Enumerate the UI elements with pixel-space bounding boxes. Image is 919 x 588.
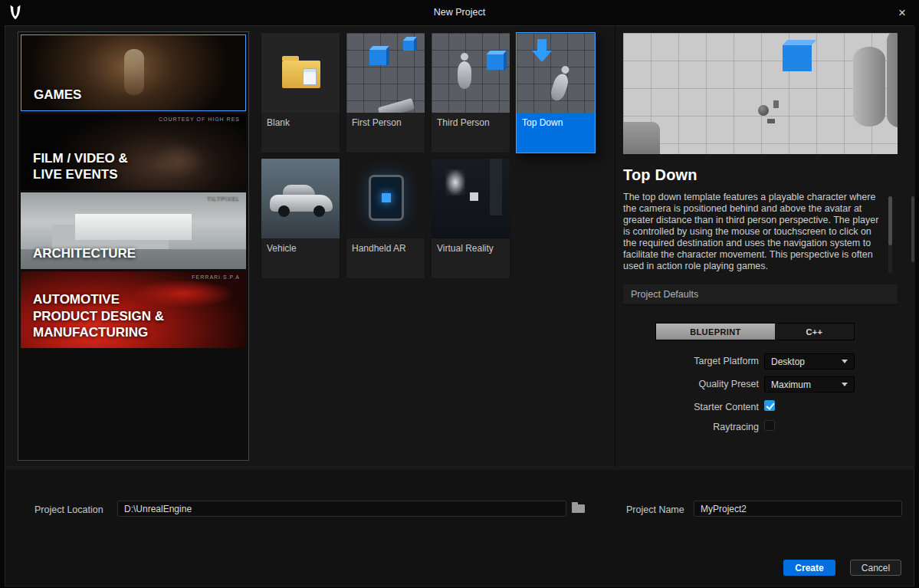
description-scrollbar[interactable] — [888, 196, 892, 273]
project-name-input[interactable] — [694, 501, 902, 517]
raytracing-label: Raytracing — [621, 422, 759, 432]
template-description: The top down template features a playabl… — [623, 192, 887, 272]
category-list: GAMES COURTESY OF HIGH RES FILM / VIDEO … — [18, 31, 249, 461]
template-blank[interactable]: Blank — [261, 32, 340, 153]
category-label: GAMES — [34, 87, 81, 103]
template-virtual-reality[interactable]: Virtual Reality — [431, 158, 510, 279]
template-vehicle[interactable]: Vehicle — [261, 158, 340, 279]
project-defaults-label: Project Defaults — [631, 289, 698, 300]
quality-preset-dropdown[interactable]: Maximum — [764, 376, 855, 393]
vr-scene-block — [470, 192, 478, 201]
template-label: Top Down — [517, 113, 595, 153]
category-card-games[interactable]: GAMES — [21, 34, 246, 111]
template-handheld-ar[interactable]: Handheld AR — [346, 158, 425, 279]
blue-cube-icon — [403, 41, 414, 51]
target-platform-dropdown[interactable]: Desktop — [764, 353, 855, 370]
category-label: FILM / VIDEO & LIVE EVENTS — [33, 150, 128, 184]
project-defaults-header: Project Defaults — [623, 284, 898, 305]
template-title: Top Down — [623, 166, 697, 184]
vr-scene-light — [445, 169, 465, 195]
gun-illustration — [378, 98, 415, 113]
phone-icon — [369, 175, 404, 221]
category-card-automotive[interactable]: FERRARI S.P.A AUTOMOTIVE PRODUCT DESIGN … — [21, 271, 246, 348]
gizmo-shape — [773, 100, 779, 108]
template-preview-image — [623, 33, 898, 154]
wheel-icon — [278, 205, 290, 217]
footer: Project Location Project Name Create Can… — [5, 468, 914, 586]
rounded-cube-shape — [623, 122, 660, 154]
category-label: ARCHITECTURE — [33, 245, 136, 262]
first-person-thumbnail — [346, 33, 425, 113]
window-title: New Project — [0, 7, 919, 18]
template-label: Blank — [261, 113, 340, 153]
browse-folder-button[interactable] — [571, 501, 586, 514]
handheld-ar-thumbnail — [346, 159, 425, 238]
create-button[interactable]: Create — [783, 560, 835, 576]
category-card-architecture[interactable]: TILTPIXEL ARCHITECTURE — [21, 192, 246, 269]
template-label: Virtual Reality — [432, 238, 510, 278]
starter-content-label: Starter Content — [621, 402, 759, 412]
down-arrow-icon — [532, 39, 552, 65]
project-location-label: Project Location — [34, 504, 103, 515]
wheel-icon — [313, 205, 325, 217]
mannequin-figure — [545, 63, 576, 107]
project-location-input[interactable] — [117, 501, 566, 517]
mannequin-figure — [455, 53, 474, 93]
template-label: Third Person — [432, 113, 510, 153]
chevron-down-icon — [842, 360, 848, 363]
cpp-toggle-button[interactable]: C++ — [775, 324, 854, 340]
blue-cube-icon — [382, 193, 391, 202]
quality-preset-label: Quality Preset — [621, 379, 759, 389]
cylinder-shape — [887, 33, 898, 128]
category-credit-badge: COURTESY OF HIGH RES — [159, 117, 240, 122]
language-toggle: BLUEPRINT C++ — [655, 323, 855, 340]
cylinder-shape — [853, 47, 885, 126]
cancel-button[interactable]: Cancel — [850, 560, 901, 576]
quality-preset-value: Maximum — [771, 379, 811, 390]
close-icon[interactable]: × — [893, 4, 911, 22]
sphere-shape — [758, 105, 769, 116]
category-label: AUTOMOTIVE PRODUCT DESIGN & MANUFACTURIN… — [33, 291, 164, 341]
template-label: Vehicle — [261, 238, 340, 278]
main-content: GAMES COURTESY OF HIGH RES FILM / VIDEO … — [5, 25, 914, 468]
template-detail-pane: Top Down The top down template features … — [615, 26, 915, 467]
project-name-label: Project Name — [626, 504, 684, 515]
target-platform-label: Target Platform — [621, 356, 759, 366]
pane-scrollbar-thumb[interactable] — [911, 196, 914, 262]
third-person-thumbnail — [432, 33, 510, 113]
blue-cube-icon — [783, 45, 812, 71]
template-top-down[interactable]: Top Down — [516, 32, 596, 153]
category-credit-badge: TILTPIXEL — [207, 195, 240, 201]
gizmo-shape — [767, 119, 775, 123]
category-card-film-video[interactable]: COURTESY OF HIGH RES FILM / VIDEO & LIVE… — [21, 113, 246, 190]
vr-scene-pillar — [490, 159, 502, 215]
scrollbar-thumb[interactable] — [888, 196, 892, 245]
titlebar: New Project × — [0, 0, 919, 25]
virtual-reality-thumbnail — [432, 159, 510, 238]
blue-cube-icon — [487, 54, 504, 70]
target-platform-value: Desktop — [771, 356, 805, 367]
vehicle-thumbnail — [261, 159, 340, 238]
template-label: First Person — [346, 113, 425, 153]
raytracing-checkbox[interactable] — [764, 420, 775, 431]
template-third-person[interactable]: Third Person — [431, 32, 510, 153]
starter-content-checkbox[interactable] — [764, 400, 775, 411]
top-down-thumbnail — [517, 33, 595, 113]
template-label: Handheld AR — [346, 238, 425, 278]
folder-icon — [572, 504, 585, 513]
blue-cube-icon — [369, 50, 386, 65]
chevron-down-icon — [842, 383, 848, 386]
blank-thumbnail — [261, 33, 340, 113]
new-project-dialog: { "accent_color": "#0070e0", "titlebar":… — [0, 0, 919, 588]
template-first-person[interactable]: First Person — [346, 32, 425, 153]
folder-icon — [282, 61, 320, 88]
blueprint-toggle-button[interactable]: BLUEPRINT — [656, 324, 775, 340]
category-credit-badge: FERRARI S.P.A — [192, 274, 240, 280]
